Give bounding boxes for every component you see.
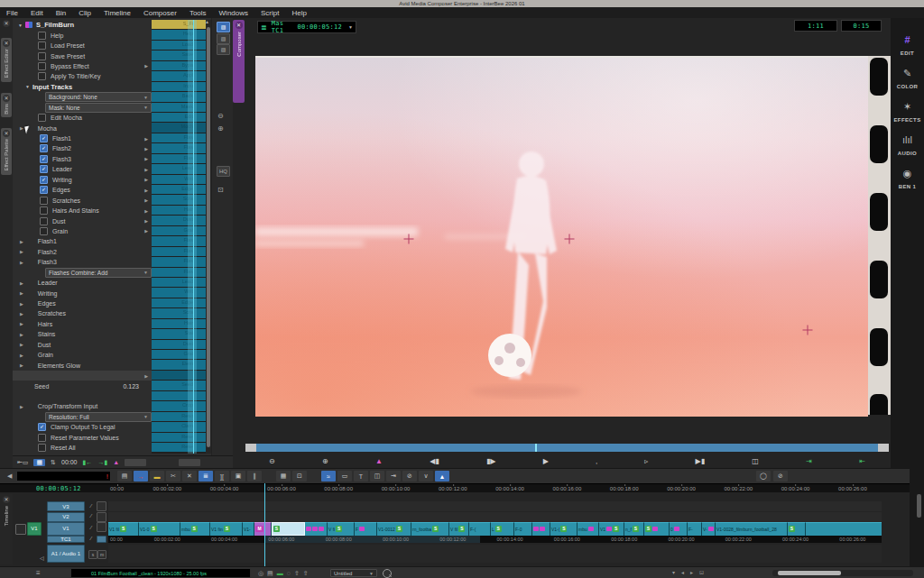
expand-arrow-icon[interactable]: ▶ bbox=[20, 342, 23, 347]
segment-insert-icon[interactable]: ][ bbox=[215, 471, 229, 482]
hamburger-men u-icon[interactable]: ≡ bbox=[36, 570, 41, 576]
param-track-bar[interactable]: Rese bbox=[152, 433, 206, 442]
timeline-clip[interactable]: F- bbox=[688, 522, 702, 536]
param-track-bar[interactable]: Hair bbox=[152, 206, 206, 215]
color-correction-icon[interactable]: ◫ bbox=[370, 471, 384, 482]
workspace-color[interactable]: ✎COLOR bbox=[897, 68, 919, 89]
step-backward-icon[interactable]: ◀▮ bbox=[430, 457, 439, 465]
timeline-clip[interactable] bbox=[806, 522, 882, 536]
go-to-prev-keyframe-icon[interactable]: ▮← bbox=[83, 459, 93, 466]
effect-grid-button-1[interactable]: ▨ bbox=[217, 22, 230, 32]
audio-meter-icon[interactable]: ≈ bbox=[321, 471, 336, 482]
timeline-clip[interactable]: V fiS bbox=[328, 522, 355, 536]
record-lamp-icon[interactable]: ◎ bbox=[258, 569, 263, 577]
effect-param-bypass-effect[interactable]: Bypass Effect▶ bbox=[13, 61, 152, 71]
mark-out-icon[interactable]: ⇤ bbox=[859, 457, 865, 465]
track-lane-v2[interactable] bbox=[108, 512, 882, 522]
expand-arrow-icon[interactable]: ▶ bbox=[144, 228, 148, 234]
effect-grid-button-3[interactable]: ▨ bbox=[217, 44, 230, 55]
effect-footer-slider-1[interactable] bbox=[125, 459, 146, 466]
checkbox-apply-to-title-key[interactable] bbox=[38, 72, 46, 80]
effect-param-flash1[interactable]: ✓Flash1▶ bbox=[13, 133, 152, 143]
param-track-bar[interactable]: Seed bbox=[152, 381, 206, 390]
effect-parameter-track-bars[interactable]: S_FiHelpLoadSaveBypaApplInpuBackMaskEdit… bbox=[152, 20, 206, 454]
transport-glyph[interactable]: ▸ bbox=[690, 569, 693, 575]
effect-param-reset-all[interactable]: Reset All bbox=[13, 443, 152, 453]
effect-param-flash3[interactable]: ▶Flash3 bbox=[13, 257, 152, 267]
mark-in-icon[interactable]: ⇥ bbox=[806, 457, 812, 465]
source-track-box[interactable] bbox=[15, 524, 26, 535]
expand-arrow-icon[interactable]: ▶ bbox=[144, 177, 148, 182]
close-icon[interactable]: ✕ bbox=[3, 95, 10, 102]
transport-glyph[interactable]: ▾ bbox=[672, 569, 675, 575]
param-track-bar[interactable]: Crop bbox=[152, 401, 206, 410]
segment-overwrite-icon[interactable]: ▣ bbox=[231, 471, 245, 482]
timeline-clip[interactable]: V filS bbox=[449, 522, 469, 536]
timeline-clip[interactable]: V1- bbox=[243, 522, 254, 536]
checkbox-dust[interactable] bbox=[40, 217, 48, 225]
timeline-clip[interactable]: V1-0028_filmburn_football_28 bbox=[716, 522, 788, 536]
menu-item-bin[interactable]: Bin bbox=[50, 9, 73, 17]
effect-param-reset-parameter-values[interactable]: Reset Parameter Values bbox=[13, 433, 152, 443]
timeline-horizontal-scrollbar[interactable] bbox=[772, 570, 913, 576]
effect-param-row-34[interactable]: ▶ bbox=[13, 371, 152, 381]
menu-item-edit[interactable]: Edit bbox=[24, 9, 50, 17]
param-track-bar[interactable]: Grai bbox=[152, 350, 206, 359]
scrollbar-thumb[interactable] bbox=[778, 571, 841, 575]
workspace-audio[interactable]: ılılAUDIO bbox=[898, 134, 917, 156]
track-monitor-button[interactable] bbox=[97, 536, 106, 543]
close-icon[interactable]: ✕ bbox=[236, 22, 243, 29]
source-patch-v1[interactable]: V1 bbox=[27, 522, 42, 536]
timeline-clip[interactable]: S bbox=[272, 522, 305, 536]
timeline-clip[interactable]: V1-0012S bbox=[377, 522, 411, 536]
hq-toggle[interactable]: HQ bbox=[217, 166, 230, 177]
track-button-v3[interactable]: V3 bbox=[47, 501, 85, 511]
dropdown-resolution-full[interactable]: Resolution: Full▼ bbox=[45, 412, 152, 422]
tracking-point-crosshair[interactable] bbox=[564, 234, 574, 243]
zoom-in-icon[interactable]: ⊕ bbox=[217, 124, 224, 133]
menu-item-timeline[interactable]: Timeline bbox=[97, 9, 137, 17]
menu-item-script[interactable]: Script bbox=[254, 9, 285, 17]
checkbox-clamp-output-to-legal[interactable]: ✓ bbox=[38, 423, 46, 431]
effect-param-edges[interactable]: ✓Edges▶ bbox=[13, 185, 152, 195]
param-track-bar[interactable]: Mask bbox=[152, 103, 206, 112]
overwrite-icon[interactable]: ▬ bbox=[150, 471, 164, 482]
param-track-bar[interactable]: Back bbox=[152, 92, 206, 101]
expand-arrow-icon[interactable]: ▶ bbox=[20, 125, 23, 131]
track-button-v1[interactable]: V1 bbox=[47, 522, 85, 536]
keyframe-icon[interactable]: ▲ bbox=[435, 471, 449, 482]
param-track-bar[interactable]: Load bbox=[152, 41, 206, 50]
timeline-clip[interactable]: F-0 bbox=[514, 522, 532, 536]
effect-param-elements-glow[interactable]: ▶Elements Glow bbox=[13, 360, 152, 370]
track-edit-icon[interactable]: ∕ bbox=[88, 536, 95, 541]
panel-tab-effect-editor[interactable]: ✕Effect Editor bbox=[1, 38, 12, 82]
timeline-clip[interactable] bbox=[305, 522, 328, 536]
close-icon[interactable]: ✕ bbox=[3, 130, 10, 137]
expand-arrow-icon[interactable]: ▶ bbox=[20, 353, 23, 358]
audio-loop-icon[interactable]: ◌ bbox=[287, 569, 291, 577]
param-track-bar[interactable]: Dust bbox=[152, 216, 206, 225]
splice-in-icon[interactable]: → bbox=[134, 471, 148, 482]
tracking-point-crosshair[interactable] bbox=[803, 326, 813, 335]
param-track-bar[interactable]: Reso bbox=[152, 412, 206, 421]
effect-param-input-tracks[interactable]: ▼Input Tracks bbox=[13, 82, 152, 92]
workspace-effects[interactable]: ✶EFFECTS bbox=[893, 101, 920, 123]
effect-param-writing[interactable]: ✓Writing▶ bbox=[13, 175, 152, 185]
checkbox-hairs-and-stains[interactable] bbox=[40, 206, 48, 215]
expand-arrow-icon[interactable]: ▶ bbox=[20, 321, 23, 326]
effect-param-clamp-output-to-legal[interactable]: ✓Clamp Output To Legal bbox=[13, 422, 152, 432]
position-indicator[interactable] bbox=[535, 444, 537, 452]
param-track-bar[interactable]: Appl bbox=[152, 71, 206, 80]
param-track-bar[interactable]: Clam bbox=[152, 422, 206, 431]
param-track-bar[interactable]: Edit bbox=[152, 113, 206, 122]
motion-effect-icon[interactable]: ▤ bbox=[117, 471, 132, 482]
effect-param-stains[interactable]: ▶Stains bbox=[13, 329, 152, 339]
menu-item-tools[interactable]: Tools bbox=[183, 9, 213, 17]
workspace-edit[interactable]: #EDIT bbox=[901, 34, 914, 56]
param-track-bar[interactable]: S_Fi bbox=[152, 20, 206, 29]
track-menu-icon[interactable]: ≣ bbox=[261, 23, 267, 32]
expand-arrow-icon[interactable]: ▶ bbox=[20, 280, 23, 286]
expand-arrow-icon[interactable]: ▶ bbox=[20, 260, 23, 265]
effect-playhead-line[interactable] bbox=[193, 20, 194, 454]
expand-arrow-icon[interactable]: ▶ bbox=[20, 290, 23, 296]
